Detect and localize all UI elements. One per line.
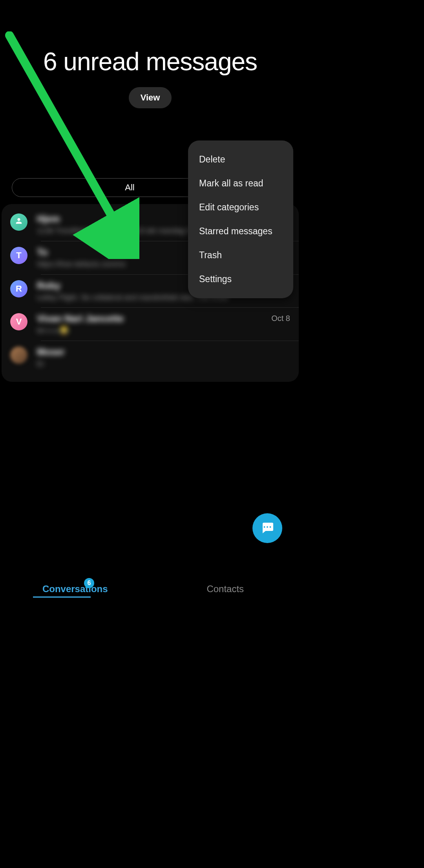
menu-item-starred[interactable]: Starred messages: [188, 219, 293, 243]
avatar: T: [10, 247, 27, 264]
unread-badge: 6: [84, 578, 94, 588]
conversation-name: Moser: [37, 346, 286, 357]
person-icon: [15, 217, 23, 228]
chat-icon: [260, 520, 274, 536]
menu-item-mark-read[interactable]: Mark all as read: [188, 171, 293, 195]
tab-label: Conversations: [42, 584, 108, 594]
conversation-row[interactable]: V Vivan Nari Jancette let o a 😂 Oct 8: [2, 308, 299, 341]
unread-count-title: 6 unread messages: [0, 47, 300, 76]
menu-item-edit-categories[interactable]: Edit categories: [188, 195, 293, 219]
tab-conversations[interactable]: Conversations 6: [0, 584, 150, 594]
conversation-date: Oct 8: [271, 314, 290, 323]
menu-item-delete[interactable]: Delete: [188, 148, 293, 171]
hero-area: 6 unread messages View: [0, 0, 300, 108]
conversation-preview: Er: [37, 359, 286, 368]
view-button[interactable]: View: [129, 87, 172, 108]
conversation-preview: let o a 😂: [37, 326, 267, 335]
conversation-name: Vivan Nari Jancette: [37, 313, 267, 324]
menu-item-settings[interactable]: Settings: [188, 267, 293, 291]
conversation-row[interactable]: Moser Er: [2, 341, 299, 374]
tab-contacts[interactable]: Contacts: [150, 584, 301, 594]
avatar: [10, 213, 27, 231]
compose-fab[interactable]: [252, 513, 282, 543]
overflow-menu: Delete Mark all as read Edit categories …: [188, 140, 293, 298]
menu-item-trash[interactable]: Trash: [188, 243, 293, 267]
bottom-nav: Conversations 6 Contacts: [0, 575, 300, 603]
tab-label: Contacts: [207, 584, 244, 594]
avatar: V: [10, 313, 27, 330]
avatar: [10, 346, 27, 364]
avatar: R: [10, 280, 27, 297]
